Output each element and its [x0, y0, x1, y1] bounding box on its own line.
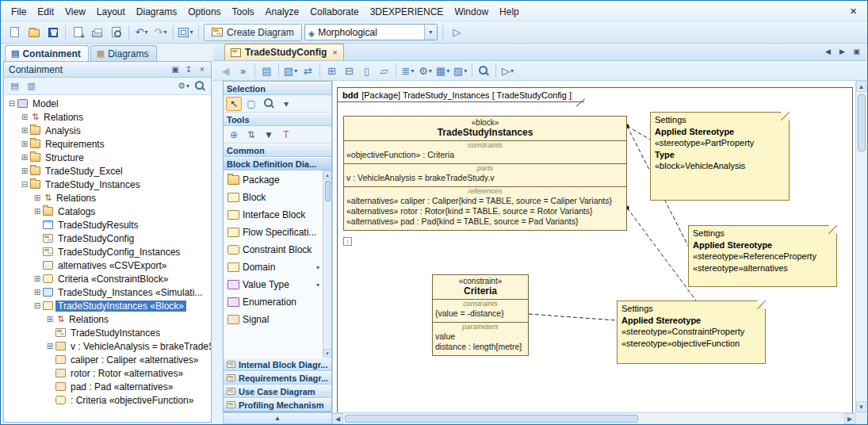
- palette-collapse-button[interactable]: ▲: [223, 412, 332, 424]
- tree-item-tradestudyinstances[interactable]: TradeStudyInstances: [4, 326, 211, 339]
- validate-run-icon[interactable]: ▷▾: [499, 63, 516, 78]
- show-structure-icon[interactable]: ▥: [24, 79, 39, 94]
- dropdown-arrow-icon[interactable]: ▾: [316, 264, 323, 271]
- show-paths-icon[interactable]: ⇄: [300, 63, 316, 78]
- palette-section-selection[interactable]: Selection: [224, 82, 331, 95]
- scroll-up-icon[interactable]: ▲: [856, 81, 866, 92]
- menu-options[interactable]: Options: [182, 4, 226, 20]
- close-panel-icon[interactable]: ×: [196, 63, 208, 75]
- menu-diagrams[interactable]: Diagrams: [131, 4, 182, 20]
- settings-note-part-property[interactable]: SettingsApplied Stereotype«stereotype»Pa…: [650, 112, 790, 201]
- grid-icon[interactable]: ▦▾: [434, 63, 451, 78]
- expand-icon[interactable]: ⊞: [20, 154, 29, 162]
- containment-tool-icon[interactable]: ▼: [261, 128, 277, 142]
- previous-diagram-icon[interactable]: ◀: [217, 63, 234, 78]
- text-box-tool-icon[interactable]: T: [278, 128, 294, 142]
- palette-scroll-thumb[interactable]: [325, 181, 331, 201]
- tree-item-tradestudy-instances-simulati[interactable]: ⊞TradeStudy_Instances «Simulati...: [4, 285, 211, 299]
- palette-category-requirements-diagr[interactable]: Requirements Diagr...: [224, 371, 331, 385]
- horizontal-scrollbar[interactable]: ◀ ▶: [332, 412, 855, 424]
- open-diagram-icon[interactable]: ▷: [448, 24, 466, 41]
- tree-item-tradestudyconfig-instances[interactable]: TradeStudyConfig_Instances: [4, 245, 211, 258]
- menu-collaborate[interactable]: Collaborate: [304, 4, 364, 20]
- tab-containment[interactable]: ▤Containment: [5, 45, 89, 61]
- tree-item-criteria-constraintblock[interactable]: ⊞Criteria «ConstraintBlock»: [4, 272, 211, 285]
- collapse-icon[interactable]: ⊟: [20, 181, 29, 189]
- palette-section-tools[interactable]: Tools: [224, 113, 331, 126]
- tree-item-relations[interactable]: ⊞⇅Relations: [4, 110, 211, 124]
- expand-icon[interactable]: ⊞: [20, 140, 29, 148]
- palette-item-block[interactable]: Block: [224, 189, 323, 206]
- expand-icon[interactable]: ⊞: [33, 289, 42, 297]
- menu-tools[interactable]: Tools: [227, 4, 260, 20]
- dependency-tool-icon[interactable]: ⇅: [243, 128, 259, 142]
- auto-hide-pin-icon[interactable]: ↧: [182, 63, 195, 75]
- tree-item-caliper-caliper-alternatives[interactable]: caliper : Caliper «alternatives»: [4, 353, 211, 366]
- zoom-search-icon[interactable]: [476, 63, 492, 78]
- create-diagram-button[interactable]: Create Diagram: [204, 24, 302, 41]
- print-preview-icon[interactable]: [107, 24, 125, 41]
- collapse-all-icon[interactable]: ▤: [7, 79, 22, 94]
- perspective-combobox[interactable]: Morphological ▾: [304, 24, 438, 40]
- open-project-icon[interactable]: [25, 24, 43, 41]
- palette-category-use-case-diagram[interactable]: Use Case Diagram: [224, 385, 331, 398]
- settings-note-reference-property[interactable]: SettingsApplied Stereotype«stereotype»Re…: [688, 225, 837, 287]
- tree-item-model[interactable]: ⊟Model: [4, 97, 211, 110]
- diagram-tab-tradestudyconfig[interactable]: TradeStudyConfig ×: [224, 44, 344, 60]
- vertical-scrollbar[interactable]: ▲ ▼: [855, 81, 866, 412]
- collapse-icon[interactable]: ⊟: [7, 100, 17, 108]
- tree-item-pad-pad-alternatives[interactable]: pad : Pad «alternatives»: [4, 380, 211, 393]
- tree-item-criteria-objectivefunction[interactable]: : Criteria «objectiveFunction»: [4, 393, 211, 407]
- expand-icon[interactable]: ⊞: [20, 127, 29, 135]
- scroll-right-icon[interactable]: ▶: [844, 413, 855, 424]
- palette-item-signal[interactable]: Signal: [224, 311, 323, 328]
- expand-icon[interactable]: ⊞: [20, 167, 29, 175]
- compartment-toggle-icon[interactable]: ↕: [343, 237, 352, 246]
- palette-item-enumeration[interactable]: Enumeration: [224, 293, 323, 311]
- diagram-canvas[interactable]: bdd [Package] TradeStudy_Instances [ Tra…: [332, 81, 855, 412]
- show-in-containment-icon[interactable]: ▤: [258, 63, 275, 78]
- tree-item-tradestudyinstances-block[interactable]: ⊟TradeStudyInstances «Block»: [4, 299, 211, 312]
- palette-item-constraint-block[interactable]: Constraint Block: [224, 241, 323, 258]
- browser-settings-gear-icon[interactable]: ⚙▾: [176, 79, 191, 94]
- tree-item-analysis[interactable]: ⊞Analysis: [4, 124, 211, 137]
- tree-item-tradestudyresults[interactable]: TradeStudyResults: [4, 218, 211, 232]
- tree-item-tradestudy-excel[interactable]: ⊞TradeStudy_Excel: [4, 164, 211, 178]
- block-tradestudyinstances[interactable]: «block» TradeStudyInstances constraints«…: [343, 116, 627, 231]
- collapse-icon[interactable]: ⊟: [33, 302, 42, 310]
- vertical-scroll-thumb[interactable]: [858, 94, 866, 151]
- tree-item-relations[interactable]: ⊞⇅Relations: [4, 191, 211, 205]
- scroll-left-icon[interactable]: ◀: [332, 413, 343, 424]
- next-diagram-tab-icon[interactable]: ▶: [835, 46, 849, 59]
- panel-options-icon[interactable]: ▣: [169, 63, 182, 75]
- tree-item-rotor-rotor-alternatives[interactable]: rotor : Rotor «alternatives»: [4, 366, 211, 380]
- palette-item-domain[interactable]: Domain▾: [224, 258, 323, 276]
- scroll-down-icon[interactable]: ▼: [856, 401, 866, 412]
- redo-icon[interactable]: ↷▾: [151, 24, 170, 41]
- tree-item-catalogs[interactable]: ⊞Catalogs: [4, 205, 211, 218]
- selection-more-icon[interactable]: ▾: [278, 97, 294, 111]
- menu-help[interactable]: Help: [494, 4, 525, 20]
- palette-item-interface-block[interactable]: Interface Block: [224, 206, 323, 224]
- tree-item-relations[interactable]: ⊞⇅Relations: [4, 312, 211, 326]
- menu-analyze[interactable]: Analyze: [260, 4, 305, 20]
- toolbar-overflow-icon[interactable]: »: [235, 63, 251, 78]
- add-shape-icon[interactable]: ⊞: [323, 63, 340, 78]
- menu-view[interactable]: View: [59, 4, 91, 20]
- palette-scrollbar[interactable]: ▲ ▼: [323, 170, 331, 358]
- tree-item-structure[interactable]: ⊞Structure: [4, 151, 211, 164]
- palette-item-package[interactable]: Package: [224, 171, 323, 189]
- save-project-icon[interactable]: [44, 24, 62, 41]
- paste-icon[interactable]: ▱: [376, 63, 392, 78]
- palette-category-profiling-mechanism[interactable]: Profiling Mechanism: [224, 398, 331, 412]
- menu-3dexperience[interactable]: 3DEXPERIENCE: [365, 4, 449, 20]
- tree-item-tradestudyconfig[interactable]: TradeStudyConfig: [4, 232, 211, 245]
- related-elements-icon[interactable]: ▾: [177, 24, 195, 41]
- print-setup-icon[interactable]: [69, 24, 87, 41]
- scroll-up-icon[interactable]: ▲: [323, 170, 331, 179]
- anchor-tool-icon[interactable]: ⊕: [226, 128, 242, 142]
- tree-item-tradestudy-instances[interactable]: ⊟TradeStudy_Instances: [4, 178, 211, 191]
- dropdown-arrow-icon[interactable]: ▾: [316, 281, 323, 289]
- new-project-icon[interactable]: [6, 24, 24, 41]
- expand-icon[interactable]: ⊞: [33, 275, 42, 283]
